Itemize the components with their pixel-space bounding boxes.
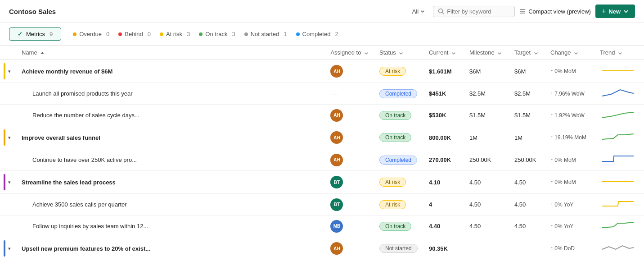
table-row[interactable]: ▾ Streamline the sales lead processBTAt … (0, 171, 644, 194)
avatar: AH (330, 109, 343, 122)
metrics-table: Name Assigned to Status Current (0, 46, 644, 257)
current-cell: 4.40 (423, 216, 464, 237)
new-button-label: New (608, 8, 621, 15)
status-badge: Completed (379, 89, 417, 98)
current-cell: 90.35K (423, 237, 464, 257)
name-cell[interactable]: Upsell new premium features to 20% of ex… (16, 237, 325, 257)
col-name-header[interactable]: Name (16, 46, 325, 60)
search-input[interactable] (447, 8, 510, 15)
status-cell: Not started (374, 237, 423, 257)
compact-view-label: Compact view (preview) (528, 8, 591, 15)
check-icon: ✓ (18, 31, 23, 37)
metrics-chip[interactable]: ✓ Metrics 9 (9, 28, 61, 41)
current-cell: 4 (423, 194, 464, 216)
col-target-header[interactable]: Target (509, 46, 545, 60)
status-cell: At risk (374, 171, 423, 194)
col-assigned-label: Assigned to (330, 49, 361, 56)
name-cell[interactable]: Improve overall sales funnel (16, 126, 325, 149)
expand-cell: ▾ (0, 171, 16, 194)
change-cell: ↑ 0% MoM (545, 149, 594, 171)
assigned-to-cell: AH (325, 149, 374, 171)
assigned-to-cell: — (325, 83, 374, 105)
milestone-cell: 4.50 (464, 194, 509, 216)
chevron-down-icon (534, 51, 538, 55)
milestone-cell: $6M (464, 60, 509, 83)
col-current-label: Current (429, 49, 448, 56)
expand-icon[interactable]: ▾ (8, 246, 11, 252)
name-cell[interactable]: Achieve monthly revenue of $6M (16, 60, 325, 83)
behind-stat: Behind 0 (114, 31, 155, 37)
col-assigned-header[interactable]: Assigned to (325, 46, 374, 60)
svg-line-1 (442, 13, 444, 14)
name-cell[interactable]: Streamline the sales lead process (16, 171, 325, 194)
col-milestone-label: Milestone (469, 49, 495, 56)
compact-view-toggle[interactable]: Compact view (preview) (519, 8, 591, 15)
col-status-header[interactable]: Status (374, 46, 423, 60)
search-box[interactable] (433, 6, 515, 17)
name-cell[interactable]: Reduce the number of sales cycle days... (16, 105, 325, 126)
name-cell[interactable]: Achieve 3500 sales calls per quarter (16, 194, 325, 216)
assigned-to-cell: AH (325, 105, 374, 126)
assigned-to-cell: BT (325, 194, 374, 216)
expand-icon[interactable]: ▾ (8, 179, 11, 185)
name-cell[interactable]: Continue to have over 250K active pro... (16, 149, 325, 171)
page-title: Contoso Sales (9, 8, 401, 15)
target-cell: $6M (509, 60, 545, 83)
notstarted-label: Not started (251, 31, 279, 37)
no-assignee: — (330, 90, 338, 97)
expand-icon[interactable]: ▾ (8, 69, 11, 74)
status-badge: At risk (379, 200, 406, 209)
current-cell: 270.00K (423, 149, 464, 171)
behind-count: 0 (148, 31, 151, 37)
table-row[interactable]: Achieve 3500 sales calls per quarterBTAt… (0, 194, 644, 216)
milestone-cell: 250.00K (464, 149, 509, 171)
current-cell: 800.00K (423, 126, 464, 149)
current-cell: 4.10 (423, 171, 464, 194)
trend-cell (594, 83, 644, 105)
name-cell[interactable]: Launch all promised products this year (16, 83, 325, 105)
milestone-cell: 4.50 (464, 171, 509, 194)
assigned-to-cell: BT (325, 171, 374, 194)
trend-cell (594, 126, 644, 149)
col-change-label: Change (550, 49, 571, 56)
col-current-header[interactable]: Current (423, 46, 464, 60)
expand-icon[interactable]: ▾ (8, 135, 11, 141)
table-row[interactable]: Follow up inquiries by sales team within… (0, 216, 644, 237)
table-row[interactable]: Reduce the number of sales cycle days...… (0, 105, 644, 126)
header: Contoso Sales All Compact view (pre (0, 0, 644, 23)
col-trend-header[interactable]: Trend (594, 46, 644, 60)
list-icon (519, 8, 526, 14)
all-filter-button[interactable]: All (409, 6, 428, 17)
change-cell: ↑ 0% DoD (545, 237, 594, 257)
assigned-to-cell: AH (325, 126, 374, 149)
color-bar (4, 240, 5, 257)
table-row[interactable]: Launch all promised products this year—C… (0, 83, 644, 105)
target-cell: 4.50 (509, 216, 545, 237)
table-header-row: Name Assigned to Status Current (0, 46, 644, 60)
trend-cell (594, 149, 644, 171)
color-bar (4, 174, 5, 190)
change-cell: ↑ 0% MoM (545, 60, 594, 83)
expand-cell: ▾ (0, 60, 16, 83)
status-badge: At risk (379, 67, 406, 76)
new-button[interactable]: + New (595, 5, 635, 18)
atrisk-label: At risk (166, 31, 182, 37)
table-row[interactable]: ▾ Improve overall sales funnelAHOn track… (0, 126, 644, 149)
trend-cell (594, 216, 644, 237)
trend-cell (594, 60, 644, 83)
col-change-header[interactable]: Change (545, 46, 594, 60)
table-row[interactable]: ▾ Achieve monthly revenue of $6MAHAt ris… (0, 60, 644, 83)
color-bar (4, 129, 5, 146)
completed-count: 2 (335, 31, 338, 37)
atrisk-dot (160, 32, 163, 36)
table-row[interactable]: ▾ Upsell new premium features to 20% of … (0, 237, 644, 257)
ontrack-count: 3 (232, 31, 235, 37)
table-row[interactable]: Continue to have over 250K active pro...… (0, 149, 644, 171)
current-cell: $530K (423, 105, 464, 126)
behind-dot (118, 32, 122, 36)
trend-cell (594, 194, 644, 216)
atrisk-count: 3 (187, 31, 190, 37)
col-milestone-header[interactable]: Milestone (464, 46, 509, 60)
name-cell[interactable]: Follow up inquiries by sales team within… (16, 216, 325, 237)
expand-cell (0, 105, 16, 126)
